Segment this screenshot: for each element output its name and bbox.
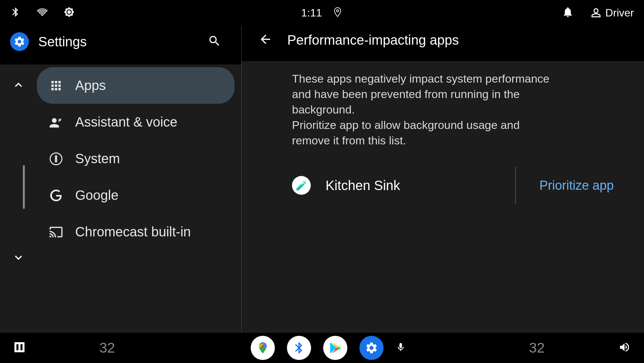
- app-row: 🧪 Kitchen Sink Prioritize app: [292, 167, 624, 204]
- brightness-icon: [64, 7, 75, 19]
- cast-icon: [49, 225, 63, 239]
- sidebar: Settings Apps Assistant & voice: [0, 26, 242, 333]
- notification-bell-icon[interactable]: [562, 6, 574, 19]
- sidebar-item-assistant[interactable]: Assistant & voice: [37, 104, 235, 140]
- layout-icon[interactable]: [13, 341, 26, 355]
- sidebar-item-label: Google: [75, 188, 118, 203]
- volume-icon[interactable]: [618, 341, 631, 355]
- sidebar-item-system[interactable]: System: [37, 140, 235, 177]
- apps-grid-icon: [49, 79, 63, 93]
- app-name: Kitchen Sink: [326, 178, 400, 193]
- sidebar-item-label: Assistant & voice: [75, 115, 178, 130]
- chevron-up-icon[interactable]: [11, 78, 26, 93]
- user-label: Driver: [605, 7, 634, 19]
- voice-person-icon: [49, 115, 63, 129]
- chevron-down-icon[interactable]: [11, 251, 26, 266]
- search-button[interactable]: [208, 34, 221, 49]
- google-g-icon: [49, 188, 63, 202]
- sidebar-item-apps[interactable]: Apps: [37, 67, 235, 104]
- app-entry[interactable]: 🧪 Kitchen Sink: [292, 176, 515, 195]
- sidebar-item-label: Apps: [75, 78, 106, 93]
- wifi-icon: [37, 7, 48, 19]
- dock-settings-app[interactable]: [359, 336, 384, 360]
- sidebar-item-label: System: [75, 151, 120, 166]
- back-button[interactable]: [258, 32, 273, 48]
- page-title: Performance-impacting apps: [287, 33, 459, 48]
- dock-maps-app[interactable]: [251, 336, 275, 360]
- app-icon: 🧪: [292, 176, 311, 195]
- info-icon: [49, 152, 63, 166]
- status-bar: 1:11 Driver: [0, 0, 644, 26]
- settings-icon: [10, 32, 29, 51]
- microphone-icon[interactable]: [396, 342, 406, 354]
- dock-bluetooth-app[interactable]: [287, 336, 311, 360]
- status-time: 1:11: [301, 7, 322, 19]
- scrollbar-thumb[interactable]: [23, 165, 25, 209]
- temp-right[interactable]: 32: [529, 340, 545, 356]
- sidebar-item-chromecast[interactable]: Chromecast built-in: [37, 214, 235, 250]
- divider: [515, 167, 516, 204]
- sidebar-item-google[interactable]: Google: [37, 177, 235, 214]
- user-profile[interactable]: Driver: [590, 7, 634, 19]
- temp-left[interactable]: 32: [99, 340, 115, 356]
- description-text: These apps negatively impact system perf…: [292, 71, 554, 148]
- content-panel: Performance-impacting apps These apps ne…: [242, 26, 644, 333]
- sidebar-title: Settings: [38, 34, 198, 49]
- sidebar-item-label: Chromecast built-in: [75, 224, 191, 239]
- dock-play-store-app[interactable]: [323, 336, 347, 360]
- prioritize-button[interactable]: Prioritize app: [529, 178, 624, 193]
- location-icon: [332, 7, 343, 19]
- bluetooth-icon: [10, 7, 21, 19]
- bottom-dock: 32 32: [0, 333, 644, 363]
